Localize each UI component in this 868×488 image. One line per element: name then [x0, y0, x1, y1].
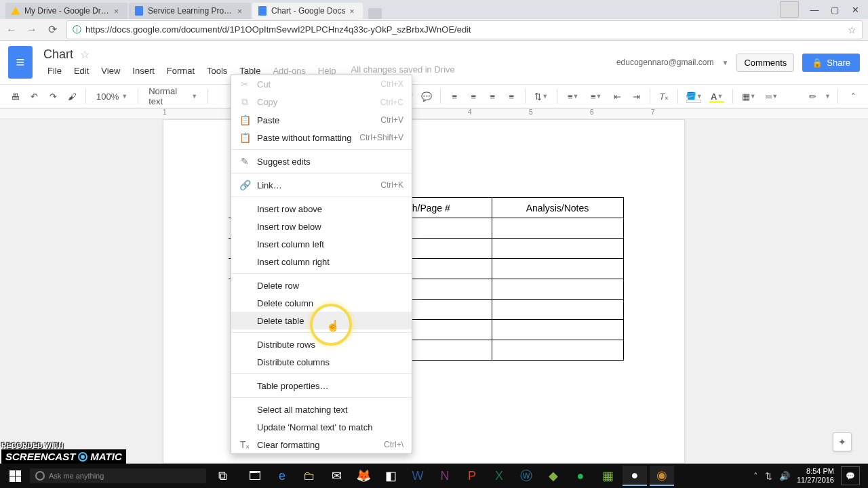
indent-increase-icon[interactable]: ⇥ — [628, 88, 644, 104]
context-menu-item[interactable]: Table properties… — [231, 377, 412, 394]
menu-insert[interactable]: Insert — [128, 64, 159, 77]
mail-icon[interactable]: ✉ — [324, 466, 349, 486]
menu-item-label: Insert row below — [257, 222, 403, 232]
document-title[interactable]: Chart — [43, 47, 73, 62]
context-menu-item[interactable]: 🔗Link…Ctrl+K — [231, 176, 412, 194]
reload-icon[interactable]: ⟳ — [46, 23, 58, 36]
onenote-icon[interactable]: N — [433, 466, 457, 486]
align-left-icon[interactable]: ≡ — [446, 88, 462, 104]
tab-service-learning[interactable]: Service Learning Project × — [129, 3, 251, 19]
numbered-list-icon[interactable]: ≡▼ — [563, 88, 583, 104]
firefox-icon[interactable]: 🦊 — [351, 466, 376, 486]
highlight-color-icon[interactable]: A▼ — [707, 88, 727, 104]
tray-chevron-icon[interactable]: ˄ — [753, 471, 758, 481]
align-center-icon[interactable]: ≡ — [465, 88, 481, 104]
close-window-icon[interactable]: ✕ — [850, 5, 860, 14]
context-menu-item[interactable]: Update 'Normal text' to match — [231, 418, 412, 436]
border-icon[interactable]: ▦▼ — [738, 88, 759, 104]
border-width-icon[interactable]: ═▼ — [762, 88, 782, 104]
clear-format-icon[interactable]: Tₓ — [656, 88, 672, 104]
word-icon[interactable]: W — [406, 466, 430, 486]
context-menu-item[interactable]: Insert row below — [231, 218, 412, 235]
taskbar-app-icon[interactable]: 🗔 — [243, 466, 267, 486]
maximize-icon[interactable]: ▢ — [830, 5, 840, 14]
paint-format-icon[interactable]: 🖌 — [64, 88, 80, 104]
context-menu-item[interactable]: Delete table — [231, 312, 412, 329]
context-menu-item[interactable]: ✎Suggest edits — [231, 152, 412, 170]
context-menu-item[interactable]: 📋PasteCtrl+V — [231, 111, 412, 129]
indent-decrease-icon[interactable]: ⇤ — [609, 88, 625, 104]
close-icon[interactable]: × — [237, 7, 245, 15]
chrome-icon[interactable]: ● — [623, 466, 647, 486]
context-menu-item[interactable]: Distribute columns — [231, 353, 412, 371]
chrome-profile-icon[interactable] — [780, 1, 799, 18]
context-menu-item[interactable]: Distribute rows — [231, 336, 412, 353]
context-menu-item[interactable]: Insert column right — [231, 253, 412, 270]
wordpress-icon[interactable]: ⓦ — [514, 466, 538, 486]
system-clock[interactable]: 8:54 PM 11/27/2016 — [797, 467, 834, 485]
start-button[interactable] — [4, 466, 26, 485]
align-right-icon[interactable]: ≡ — [484, 88, 500, 104]
comments-button[interactable]: Comments — [736, 54, 794, 72]
user-email[interactable]: educogennaro@gmail.com — [616, 58, 714, 67]
new-tab-button[interactable] — [368, 8, 382, 19]
volume-icon[interactable]: 🔊 — [779, 471, 790, 481]
screencast-icon[interactable]: ◉ — [650, 466, 674, 486]
context-menu: ✂CutCtrl+X⧉CopyCtrl+C📋PasteCtrl+V📋Paste … — [231, 75, 412, 454]
close-icon[interactable]: × — [114, 7, 122, 15]
spotify-icon[interactable]: ● — [568, 466, 593, 486]
context-menu-item[interactable]: 📋Paste without formattingCtrl+Shift+V — [231, 129, 412, 146]
context-menu-item[interactable]: Delete column — [231, 294, 412, 312]
minimize-icon[interactable]: — — [810, 5, 819, 14]
edge-icon[interactable]: e — [270, 466, 294, 486]
line-spacing-icon[interactable]: ⇅▼ — [531, 88, 551, 104]
menu-view[interactable]: View — [97, 64, 124, 77]
notifications-icon[interactable]: 💬 — [841, 466, 860, 485]
taskbar-app-icon[interactable]: ◆ — [541, 466, 566, 486]
powerpoint-icon[interactable]: P — [460, 466, 484, 486]
insert-comment-icon[interactable]: 💬 — [418, 88, 435, 104]
context-menu-item[interactable]: Insert column left — [231, 235, 412, 253]
document-canvas[interactable]: aph/Page # Analysis/Notes — [0, 119, 868, 464]
excel-icon[interactable]: X — [487, 466, 511, 486]
table-header-cell[interactable]: Analysis/Notes — [492, 198, 623, 218]
zoom-select[interactable]: 100%▼ — [92, 89, 132, 104]
url-input[interactable]: ⓘ https://docs.google.com/document/d/1P1… — [66, 20, 863, 39]
chevron-down-icon[interactable]: ▼ — [825, 93, 831, 100]
redo-icon[interactable]: ↷ — [45, 88, 61, 104]
bookmark-star-icon[interactable]: ☆ — [848, 24, 856, 35]
context-menu-item[interactable]: Insert row above — [231, 200, 412, 218]
menu-edit[interactable]: Edit — [70, 64, 93, 77]
print-icon[interactable]: 🖶 — [7, 88, 23, 104]
docs-logo-icon[interactable]: ≡ — [8, 46, 33, 79]
context-menu-item[interactable]: Delete row — [231, 277, 412, 294]
taskbar-app-icon[interactable]: ▦ — [595, 466, 620, 486]
cortana-search[interactable]: Ask me anything — [30, 468, 206, 483]
align-justify-icon[interactable]: ≡ — [503, 88, 519, 104]
style-select[interactable]: Normal text▼ — [144, 84, 202, 108]
collapse-toolbar-icon[interactable]: ˄ — [845, 88, 861, 104]
menu-format[interactable]: Format — [163, 64, 199, 77]
tab-chart[interactable]: Chart - Google Docs × — [252, 3, 363, 19]
star-icon[interactable]: ☆ — [80, 48, 90, 61]
menu-tools[interactable]: Tools — [203, 64, 231, 77]
network-icon[interactable]: ⇅ — [765, 471, 772, 481]
bulleted-list-icon[interactable]: ≡▼ — [586, 88, 606, 104]
undo-icon[interactable]: ↶ — [26, 88, 42, 104]
docs-icon — [258, 6, 267, 16]
explore-button[interactable]: ✦ — [833, 432, 852, 451]
context-menu-item[interactable]: TₓClear formattingCtrl+\ — [231, 436, 412, 453]
fill-color-icon[interactable]: 🪣▼ — [684, 88, 704, 104]
taskbar-app-icon[interactable]: ◧ — [378, 466, 403, 486]
file-explorer-icon[interactable]: 🗀 — [297, 466, 321, 486]
context-menu-item[interactable]: Select all matching text — [231, 401, 412, 418]
editing-mode-icon[interactable]: ✏ — [804, 88, 821, 104]
close-icon[interactable]: × — [349, 7, 357, 15]
task-view-icon[interactable]: ⧉ — [210, 466, 235, 486]
chevron-down-icon[interactable]: ▼ — [722, 59, 729, 66]
back-icon[interactable]: ← — [5, 24, 18, 36]
tab-my-drive[interactable]: My Drive - Google Drive × — [5, 3, 127, 19]
share-button[interactable]: 🔒 Share — [802, 54, 860, 72]
context-menu-item: ✂CutCtrl+X — [231, 75, 412, 93]
menu-file[interactable]: File — [43, 64, 66, 77]
